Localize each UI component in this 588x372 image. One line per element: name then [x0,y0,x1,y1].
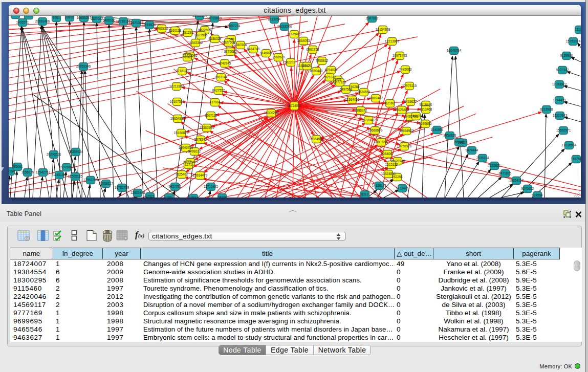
svg-text:15621: 15621 [302,64,312,68]
svg-text:20691406: 20691406 [35,19,50,23]
svg-text:7515526: 7515526 [143,23,156,27]
svg-text:116753: 116753 [571,157,581,161]
svg-text:7386372: 7386372 [355,108,367,112]
svg-text:62160: 62160 [385,101,395,105]
svg-text:8990448: 8990448 [310,69,323,73]
svg-text:2367608: 2367608 [234,43,247,47]
svg-text:10807487: 10807487 [368,96,383,100]
svg-text:19218506: 19218506 [277,25,292,28]
svg-text:252254: 252254 [391,175,403,179]
svg-text:20816: 20816 [65,16,74,19]
svg-text:18300295: 18300295 [264,111,279,115]
svg-text:417004: 417004 [209,100,221,104]
svg-text:2935114: 2935114 [476,156,489,160]
svg-text:16914479: 16914479 [193,173,208,177]
svg-text:10025488: 10025488 [395,108,409,112]
svg-text:18223: 18223 [217,195,227,198]
svg-text:16046755: 16046755 [179,146,193,149]
svg-text:8427552: 8427552 [212,89,225,92]
svg-text:66746: 66746 [454,140,464,144]
svg-text:1244419: 1244419 [553,98,566,102]
svg-text:9129966: 9129966 [560,54,573,57]
svg-text:10958117: 10958117 [99,182,113,185]
svg-text:18413094: 18413094 [192,16,207,17]
svg-text:7485063: 7485063 [399,68,412,71]
svg-text:21364436: 21364436 [345,98,360,101]
svg-text:10654112: 10654112 [509,179,524,182]
svg-text:8878342: 8878342 [194,138,207,141]
svg-text:12505135: 12505135 [68,174,83,178]
svg-text:19654923: 19654923 [399,129,414,133]
svg-text:9777169: 9777169 [334,80,346,84]
svg-text:7463822: 7463822 [156,27,168,30]
svg-text:19384554: 19384554 [309,137,324,141]
svg-text:3824554: 3824554 [358,90,371,94]
svg-text:6961758: 6961758 [307,48,319,51]
svg-text:8958928: 8958928 [444,134,456,137]
svg-text:2718120: 2718120 [176,69,189,73]
svg-text:8160128: 8160128 [169,29,182,32]
svg-text:12923448: 12923448 [130,191,145,194]
svg-text:17359924: 17359924 [69,150,83,154]
svg-text:7625402: 7625402 [176,172,188,176]
svg-text:1145194: 1145194 [53,173,66,177]
svg-text:5822605: 5822605 [199,28,211,32]
svg-text:9527508: 9527508 [223,40,235,44]
svg-text:1405571: 1405571 [16,20,29,24]
svg-text:10107554: 10107554 [170,100,185,103]
svg-text:19975887: 19975887 [59,165,74,169]
svg-text:9474444: 9474444 [466,148,478,152]
svg-text:16543362: 16543362 [188,41,203,45]
svg-text:16033809: 16033809 [207,16,222,20]
svg-text:8813054: 8813054 [268,17,281,21]
svg-text:9327506: 9327506 [195,33,208,37]
svg-text:8471676: 8471676 [499,171,512,175]
svg-text:9457791: 9457791 [169,185,182,188]
svg-text:292: 292 [191,196,197,198]
svg-text:9463627: 9463627 [404,100,417,103]
svg-text:99181: 99181 [24,16,33,17]
svg-text:9146821: 9146821 [260,51,273,55]
svg-text:16210643: 16210643 [553,114,568,117]
svg-text:12975115: 12975115 [402,84,417,87]
svg-text:16120746: 16120746 [390,159,405,163]
svg-text:18724007: 18724007 [287,104,302,107]
svg-text:12923: 12923 [145,194,155,198]
svg-text:11353594: 11353594 [200,126,214,129]
svg-text:12093872: 12093872 [552,82,567,86]
svg-text:8215988: 8215988 [540,107,553,111]
svg-text:12942757: 12942757 [36,170,51,174]
svg-text:1156819: 1156819 [21,170,34,174]
svg-text:5822037: 5822037 [285,60,297,64]
svg-text:9518440: 9518440 [420,103,432,106]
svg-text:20053346: 20053346 [76,64,91,68]
svg-text:15720407: 15720407 [361,118,376,122]
svg-text:9227342: 9227342 [556,68,569,72]
svg-text:15751074: 15751074 [566,39,581,43]
svg-text:2803144: 2803144 [215,75,228,79]
svg-text:17957255: 17957255 [83,178,98,182]
svg-text:1871: 1871 [12,16,19,16]
svg-text:11325419: 11325419 [287,32,301,36]
svg-text:39154: 39154 [9,169,15,173]
svg-text:132: 132 [166,195,172,198]
svg-text:8267110: 8267110 [205,114,217,117]
svg-text:16648784: 16648784 [447,49,462,52]
svg-text:10688609: 10688609 [368,128,383,132]
svg-text:5498222: 5498222 [188,149,201,153]
svg-text:6794028: 6794028 [325,68,338,72]
svg-text:8454749: 8454749 [247,47,260,51]
svg-text:9699695: 9699695 [419,122,432,125]
svg-text:985061: 985061 [12,165,23,168]
svg-text:98901: 98901 [183,55,192,59]
svg-text:7588520: 7588520 [272,55,285,59]
svg-text:1733426: 1733426 [396,186,409,190]
svg-text:8186328: 8186328 [209,37,222,40]
svg-text:7632621: 7632621 [488,164,501,167]
svg-text:1864093: 1864093 [297,39,310,42]
svg-text:7857224: 7857224 [228,24,241,28]
svg-text:18807249: 18807249 [374,140,389,144]
svg-text:1615132: 1615132 [385,163,398,166]
svg-text:12213382: 12213382 [169,84,184,88]
svg-text:16154808: 16154808 [376,28,390,31]
